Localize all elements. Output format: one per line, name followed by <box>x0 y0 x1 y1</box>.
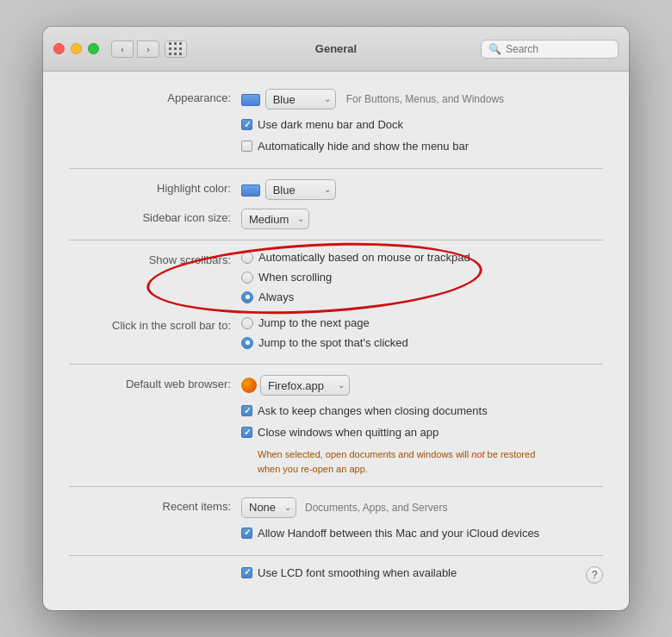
appearance-label: Appearance: <box>69 89 241 104</box>
lcd-label: Use LCD font smoothing when available <box>258 566 457 579</box>
handoff-label: Allow Handoff between this Mac and your … <box>258 527 539 540</box>
lcd-spacer <box>69 574 241 577</box>
ask-keep-row: Ask to keep changes when closing documen… <box>241 404 488 417</box>
lcd-content: Use LCD font smoothing when available ? <box>241 566 603 584</box>
docs-checkboxes-spacer <box>69 404 241 407</box>
scrollbars-content: Automatically based on mouse or trackpad… <box>241 251 603 308</box>
docs-checkboxes-content: Ask to keep changes when closing documen… <box>241 404 603 476</box>
click-next-radio[interactable] <box>241 317 253 329</box>
scrollbars-auto-radio[interactable] <box>241 252 253 264</box>
warning-text: When selected, open documents and window… <box>258 449 535 473</box>
ask-keep-checkbox[interactable] <box>241 405 252 416</box>
click-spot-radio[interactable] <box>241 337 253 349</box>
browser-label: Default web browser: <box>69 375 241 390</box>
ask-keep-label: Ask to keep changes when closing documen… <box>258 404 488 417</box>
docs-checkboxes-row: Ask to keep changes when closing documen… <box>69 404 603 476</box>
highlight-row: Highlight color: Blue Graphite <box>69 179 603 200</box>
close-windows-row: Close windows when quitting an app <box>241 426 439 439</box>
scrollbars-when-radio[interactable] <box>241 272 253 284</box>
scrollbars-auto-row: Automatically based on mouse or trackpad <box>241 251 470 264</box>
divider-3 <box>69 364 603 365</box>
dark-menu-checkbox-row: Use dark menu bar and Dock <box>241 118 403 131</box>
handoff-content: Allow Handoff between this Mac and your … <box>241 527 603 545</box>
divider-1 <box>69 168 603 169</box>
divider-4 <box>69 486 603 487</box>
apps-grid-icon <box>169 42 183 56</box>
recent-inline: None 5 10 15 20 Documents, Apps, and Ser… <box>241 497 447 518</box>
checkbox-group: Use dark menu bar and Dock Automatically… <box>241 118 603 158</box>
scrollbars-always-label: Always <box>258 290 294 303</box>
help-button[interactable]: ? <box>586 566 603 584</box>
dark-menu-checkbox[interactable] <box>241 119 252 130</box>
highlight-label: Highlight color: <box>69 179 241 195</box>
not-word: not <box>471 449 484 459</box>
appearance-dropdown-wrapper: Blue Graphite <box>241 89 336 109</box>
divider-2 <box>69 240 603 240</box>
search-box[interactable]: 🔍 <box>481 40 619 59</box>
blue-swatch <box>241 94 260 106</box>
dark-menu-label-spacer <box>69 118 241 121</box>
click-scroll-row: Click in the scroll bar to: Jump to the … <box>69 316 603 353</box>
browser-select[interactable]: Firefox.app Safari.app Chrome.app <box>260 375 350 396</box>
scrollbars-auto-label: Automatically based on mouse or trackpad <box>258 251 470 264</box>
appearance-row: Appearance: Blue Graphite For Buttons, M… <box>69 89 603 109</box>
browser-dropdown-wrapper: Firefox.app Safari.app Chrome.app <box>241 375 350 396</box>
highlight-content: Blue Graphite <box>241 179 603 200</box>
scrollbars-row: Show scrollbars: Automatically based on … <box>69 251 603 308</box>
click-scroll-content: Jump to the next page Jump to the spot t… <box>241 316 603 353</box>
scrollbars-label: Show scrollbars: <box>69 251 241 266</box>
browser-row: Default web browser: Firefox.app Safari.… <box>69 375 603 396</box>
close-windows-checkbox[interactable] <box>241 427 252 438</box>
sidebar-size-select[interactable]: Small Medium Large <box>241 209 309 229</box>
handoff-checkbox-row: Allow Handoff between this Mac and your … <box>241 527 539 540</box>
auto-hide-checkbox-label: Automatically hide and show the menu bar <box>258 140 469 153</box>
click-next-label: Jump to the next page <box>258 316 370 329</box>
browser-content: Firefox.app Safari.app Chrome.app <box>241 375 603 396</box>
search-input[interactable] <box>506 43 609 55</box>
sidebar-size-row: Sidebar icon size: Small Medium Large <box>69 209 603 229</box>
dark-menu-row: Use dark menu bar and Dock Automatically… <box>69 118 603 158</box>
window-title: General <box>315 42 357 55</box>
appearance-select[interactable]: Blue Graphite <box>265 89 336 109</box>
close-button[interactable] <box>53 43 65 54</box>
sidebar-size-label: Sidebar icon size: <box>69 209 241 224</box>
search-icon: 🔍 <box>488 43 501 55</box>
lcd-row: Use LCD font smoothing when available ? <box>69 566 603 584</box>
handoff-checkbox[interactable] <box>241 528 252 539</box>
divider-5 <box>69 555 603 556</box>
main-window: ‹ › General 🔍 Appearance: <box>43 27 629 610</box>
click-scroll-label: Click in the scroll bar to: <box>69 316 241 332</box>
scrollbars-when-row: When scrolling <box>241 271 332 284</box>
back-button[interactable]: ‹ <box>111 41 134 58</box>
handoff-spacer <box>69 527 241 529</box>
highlight-select[interactable]: Blue Graphite <box>265 179 336 200</box>
appearance-hint: For Buttons, Menus, and Windows <box>346 93 504 105</box>
traffic-lights <box>53 43 99 54</box>
recent-dropdown-wrapper: None 5 10 15 20 <box>241 497 296 518</box>
recent-select[interactable]: None 5 10 15 20 <box>241 497 296 518</box>
apps-grid-button[interactable] <box>165 41 187 58</box>
click-spot-row: Jump to the spot that's clicked <box>241 336 408 349</box>
maximize-button[interactable] <box>88 43 99 54</box>
highlight-dropdown-wrapper: Blue Graphite <box>241 179 336 200</box>
lcd-checkbox[interactable] <box>241 567 252 578</box>
forward-button[interactable]: › <box>137 41 159 58</box>
highlight-swatch <box>241 184 260 197</box>
settings-content: Appearance: Blue Graphite For Buttons, M… <box>43 72 629 610</box>
close-windows-label: Close windows when quitting an app <box>258 426 439 439</box>
auto-hide-checkbox-row: Automatically hide and show the menu bar <box>241 140 469 153</box>
auto-hide-checkbox[interactable] <box>241 141 252 152</box>
click-next-row: Jump to the next page <box>241 316 370 329</box>
recent-row: Recent items: None 5 10 15 20 Documents,… <box>69 497 603 518</box>
recent-hint: Documents, Apps, and Servers <box>305 502 447 514</box>
warning-text-block: When selected, open documents and window… <box>241 447 535 476</box>
appearance-select-wrapper: Blue Graphite <box>241 89 336 109</box>
nav-buttons: ‹ › <box>111 41 159 58</box>
firefox-icon <box>241 378 257 393</box>
recent-content: None 5 10 15 20 Documents, Apps, and Ser… <box>241 497 603 518</box>
titlebar: ‹ › General 🔍 <box>43 27 629 72</box>
sidebar-size-dropdown-wrapper: Small Medium Large <box>241 209 309 229</box>
minimize-button[interactable] <box>71 43 82 54</box>
scrollbars-always-radio[interactable] <box>241 291 253 303</box>
recent-label: Recent items: <box>69 497 241 513</box>
